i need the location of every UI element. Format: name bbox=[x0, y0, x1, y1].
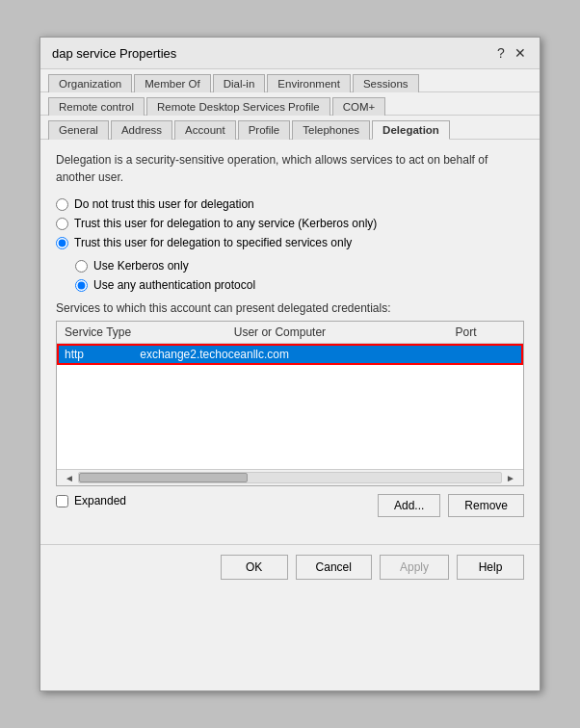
cell-user-computer: exchange2.techoceanllc.com bbox=[132, 344, 489, 365]
description-text: Delegation is a security-sensitive opera… bbox=[56, 151, 524, 186]
tab-delegation[interactable]: Delegation bbox=[372, 120, 450, 140]
radio-no-trust-label: Do not trust this user for delegation bbox=[74, 197, 254, 211]
title-bar: dap service Properties ? ✕ bbox=[40, 38, 540, 69]
horizontal-scrollbar[interactable]: ◄ ► bbox=[57, 469, 523, 485]
tabs-row-2: Remote control Remote Desktop Services P… bbox=[40, 92, 540, 116]
radio-kerberos[interactable]: Use Kerberos only bbox=[75, 259, 524, 273]
tab-organization[interactable]: Organization bbox=[48, 74, 132, 92]
help-footer-button[interactable]: Help bbox=[457, 555, 524, 580]
table-buttons: Add... Remove bbox=[378, 494, 524, 517]
radio-any-service-input[interactable] bbox=[56, 218, 68, 230]
scroll-thumb[interactable] bbox=[79, 473, 248, 482]
radio-specified-services[interactable]: Trust this user for delegation to specif… bbox=[56, 236, 524, 249]
radio-any-service-label: Trust this user for delegation to any se… bbox=[74, 217, 377, 230]
apply-button[interactable]: Apply bbox=[380, 555, 449, 580]
tab-remote-control[interactable]: Remote control bbox=[48, 97, 145, 116]
window-controls: ? ✕ bbox=[493, 45, 528, 61]
ok-button[interactable]: OK bbox=[221, 555, 288, 580]
scroll-right-arrow[interactable]: ► bbox=[502, 473, 519, 483]
radio-no-trust-input[interactable] bbox=[56, 198, 68, 211]
auth-options: Use Kerberos only Use any authentication… bbox=[75, 259, 524, 292]
services-table-body: http exchange2.techoceanllc.com bbox=[57, 344, 523, 365]
tabs-row-3: General Address Account Profile Telephon… bbox=[40, 116, 540, 140]
remove-button[interactable]: Remove bbox=[448, 494, 524, 517]
help-button[interactable]: ? bbox=[493, 45, 509, 61]
tab-environment[interactable]: Environment bbox=[267, 74, 351, 92]
tab-rdp[interactable]: Remote Desktop Services Profile bbox=[146, 97, 330, 116]
radio-any-auth-input[interactable] bbox=[75, 279, 88, 292]
tabs-row-1: Organization Member Of Dial-in Environme… bbox=[40, 69, 540, 92]
window-title: dap service Properties bbox=[52, 46, 176, 61]
radio-any-auth[interactable]: Use any authentication protocol bbox=[75, 278, 524, 292]
tab-general[interactable]: General bbox=[48, 120, 109, 140]
tab-member-of[interactable]: Member Of bbox=[134, 74, 211, 92]
cell-service-type: http bbox=[57, 344, 132, 365]
radio-no-trust[interactable]: Do not trust this user for delegation bbox=[56, 197, 524, 211]
table-row[interactable]: http exchange2.techoceanllc.com bbox=[57, 344, 523, 365]
tab-telephones[interactable]: Telephones bbox=[292, 120, 370, 140]
services-label: Services to which this account can prese… bbox=[56, 301, 524, 315]
tab-com[interactable]: COM+ bbox=[332, 97, 386, 116]
table-body-wrapper[interactable]: http exchange2.techoceanllc.com bbox=[57, 344, 523, 469]
services-table: Service Type User or Computer Port bbox=[57, 322, 523, 344]
col-service-type: Service Type bbox=[57, 322, 226, 344]
tab-profile[interactable]: Profile bbox=[238, 120, 291, 140]
scroll-left-arrow[interactable]: ◄ bbox=[61, 473, 78, 483]
tab-dial-in[interactable]: Dial-in bbox=[213, 74, 266, 92]
radio-specified-services-label: Trust this user for delegation to specif… bbox=[74, 236, 352, 249]
cancel-button[interactable]: Cancel bbox=[296, 555, 372, 580]
properties-window: dap service Properties ? ✕ Organization … bbox=[40, 37, 540, 691]
expanded-row[interactable]: Expanded bbox=[56, 494, 126, 507]
expanded-label: Expanded bbox=[74, 494, 126, 507]
expanded-checkbox[interactable] bbox=[56, 495, 68, 507]
radio-kerberos-label: Use Kerberos only bbox=[93, 259, 189, 273]
col-user-computer: User or Computer bbox=[226, 322, 448, 344]
tab-account[interactable]: Account bbox=[174, 120, 236, 140]
delegation-options: Do not trust this user for delegation Tr… bbox=[56, 197, 524, 249]
radio-kerberos-input[interactable] bbox=[75, 260, 88, 273]
tab-address[interactable]: Address bbox=[111, 120, 172, 140]
radio-any-auth-label: Use any authentication protocol bbox=[93, 278, 255, 292]
tab-content: Delegation is a security-sensitive opera… bbox=[40, 140, 540, 544]
add-button[interactable]: Add... bbox=[378, 494, 440, 517]
cell-port bbox=[489, 344, 523, 365]
scroll-track[interactable] bbox=[78, 472, 502, 483]
col-port: Port bbox=[448, 322, 523, 344]
close-button[interactable]: ✕ bbox=[513, 45, 528, 61]
radio-any-service[interactable]: Trust this user for delegation to any se… bbox=[56, 217, 524, 230]
radio-specified-services-input[interactable] bbox=[56, 237, 68, 249]
footer: OK Cancel Apply Help bbox=[40, 544, 540, 589]
tab-sessions[interactable]: Sessions bbox=[353, 74, 419, 92]
services-table-container: Service Type User or Computer Port http … bbox=[56, 321, 524, 486]
